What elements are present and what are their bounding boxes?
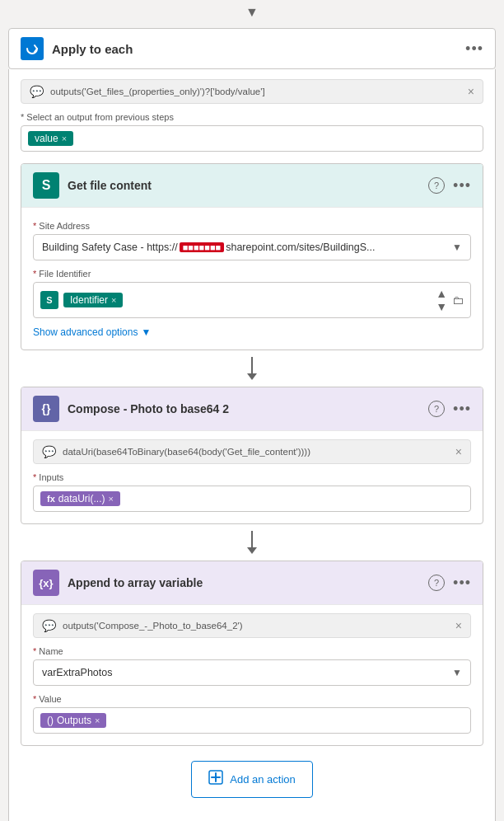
outputs-icon: () [47, 715, 54, 726]
append-array-card: {x} Append to array variable ? ••• 💬 out… [21, 561, 483, 746]
site-address-value: Building Safety Case - https://■■■■■■■sh… [42, 242, 376, 253]
site-address-dropdown[interactable]: Building Safety Case - https://■■■■■■■sh… [33, 234, 471, 260]
arrow-line-1 [247, 357, 257, 380]
identifier-icon: S [40, 291, 58, 309]
outputs-tag: () Outputs × [40, 713, 106, 728]
compose-datouri-tag: fx dataUri(...) × [40, 491, 120, 506]
select-output-label: * Select an output from previous steps [21, 112, 483, 122]
fx-icon: fx [47, 494, 55, 504]
get-file-content-menu[interactable]: ••• [453, 177, 471, 195]
value-tag-label: value [35, 133, 58, 144]
outputs-tag-close[interactable]: × [95, 715, 100, 725]
foreach-expr-bar: 💬 outputs('Get_files_(properties_only)')… [21, 79, 483, 104]
file-identifier-label: * File Identifier [33, 269, 471, 279]
compose-inputs-field: fx dataUri(...) × [33, 486, 471, 512]
get-file-content-actions: ? ••• [428, 177, 471, 195]
identifier-tag: Identifier × [63, 293, 123, 307]
compose-datouri-label: dataUri(...) [58, 493, 105, 504]
identifier-up-icon[interactable]: ▲▼ [436, 287, 447, 313]
arrow-connector-1 [21, 350, 483, 387]
identifier-tag-label: Identifier [70, 294, 108, 306]
append-array-body: 💬 outputs('Compose_-_Photo_to_base64_2')… [21, 604, 483, 745]
compose-menu[interactable]: ••• [453, 401, 471, 418]
apply-each-header: Apply to each ••• [8, 28, 496, 69]
expr-icon: 💬 [30, 85, 44, 98]
append-value-field: () Outputs × [33, 707, 471, 734]
arrow-line-2 [247, 531, 257, 554]
add-action-button[interactable]: Add an action [191, 761, 313, 798]
arrow-stem-1 [251, 357, 253, 373]
arrow-connector-2 [21, 524, 483, 561]
get-file-content-icon: S [33, 172, 59, 199]
apply-each-title: Apply to each [52, 42, 133, 56]
apply-each-header-left: Apply to each [21, 37, 133, 60]
site-address-chevron: ▼ [452, 242, 462, 253]
compose-body: 💬 dataUri(base64ToBinary(base64(body('Ge… [21, 430, 483, 523]
append-array-header: {x} Append to array variable ? ••• [21, 561, 483, 604]
compose-help[interactable]: ? [428, 401, 445, 417]
chevron-down-icon: ▼ [245, 5, 259, 20]
append-name-dropdown[interactable]: varExtraPhotos ▼ [33, 659, 471, 686]
apply-each-menu-button[interactable]: ••• [465, 40, 483, 58]
append-array-title: Append to array variable [68, 576, 420, 589]
foreach-expr-text: outputs('Get_files_(properties_only)')?[… [50, 87, 461, 96]
compose-inputs-label: * Inputs [33, 472, 471, 482]
compose-icon: {} [33, 396, 59, 422]
foreach-expr-close[interactable]: × [468, 85, 474, 98]
append-name-chevron: ▼ [452, 667, 462, 678]
compose-card: {} Compose - Photo to base64 2 ? ••• 💬 d… [21, 387, 483, 524]
get-file-content-body: * Site Address Building Safety Case - ht… [21, 207, 483, 350]
arrow-stem-2 [251, 531, 253, 547]
show-advanced-chevron: ▼ [141, 326, 151, 338]
site-address-label: * Site Address [33, 221, 471, 231]
append-array-actions: ? ••• [428, 575, 471, 592]
append-value-label: * Value [33, 694, 471, 704]
top-arrow-indicator: ▼ [0, 0, 504, 21]
compose-header: {} Compose - Photo to base64 2 ? ••• [21, 387, 483, 430]
identifier-right: ▲▼ 🗀 [436, 287, 464, 313]
append-array-expr-close[interactable]: × [455, 619, 462, 632]
compose-expr-bar: 💬 dataUri(base64ToBinary(base64(body('Ge… [33, 439, 471, 464]
identifier-tag-close[interactable]: × [111, 295, 116, 305]
append-array-help[interactable]: ? [428, 575, 445, 591]
show-advanced-options[interactable]: Show advanced options ▼ [33, 326, 471, 338]
compose-expr-text: dataUri(base64ToBinary(base64(body('Get_… [63, 447, 449, 457]
append-array-expr-text: outputs('Compose_-_Photo_to_base64_2') [63, 621, 449, 631]
get-file-content-section: S Get file content ? ••• * Site Address … [21, 163, 483, 350]
get-file-content-title: Get file content [68, 179, 420, 192]
compose-expr-icon: 💬 [42, 445, 56, 458]
compose-expr-close[interactable]: × [455, 445, 462, 458]
arrow-head-2 [247, 547, 257, 554]
arrow-head-1 [247, 373, 257, 380]
add-action-icon [208, 770, 223, 789]
compose-title: Compose - Photo to base64 2 [68, 402, 420, 415]
compose-actions: ? ••• [428, 401, 471, 418]
apply-each-body: 💬 outputs('Get_files_(properties_only)')… [8, 69, 496, 821]
append-expr-icon: 💬 [42, 619, 56, 632]
add-action-label: Add an action [230, 773, 296, 786]
show-advanced-label: Show advanced options [33, 326, 138, 338]
get-file-content-header: S Get file content ? ••• [21, 164, 483, 207]
compose-datouri-close[interactable]: × [108, 494, 113, 504]
add-action-container: Add an action [21, 761, 483, 814]
outputs-tag-label: Outputs [57, 715, 91, 726]
get-file-content-card: S Get file content ? ••• * Site Address … [21, 163, 483, 350]
get-file-content-help[interactable]: ? [428, 177, 445, 194]
append-name-label: * Name [33, 646, 471, 656]
identifier-file-icon[interactable]: 🗀 [452, 293, 464, 307]
value-tag-close[interactable]: × [62, 134, 67, 143]
value-tag: value × [28, 131, 73, 146]
file-identifier-field: S Identifier × ▲▼ 🗀 [33, 282, 471, 318]
append-name-value: varExtraPhotos [42, 667, 112, 678]
identifier-left: S Identifier × [40, 291, 123, 309]
append-array-menu[interactable]: ••• [453, 575, 471, 592]
append-array-expr-bar: 💬 outputs('Compose_-_Photo_to_base64_2')… [33, 613, 471, 638]
select-output-field: value × [21, 125, 483, 152]
append-array-icon: {x} [33, 570, 59, 596]
apply-each-icon [21, 37, 44, 60]
